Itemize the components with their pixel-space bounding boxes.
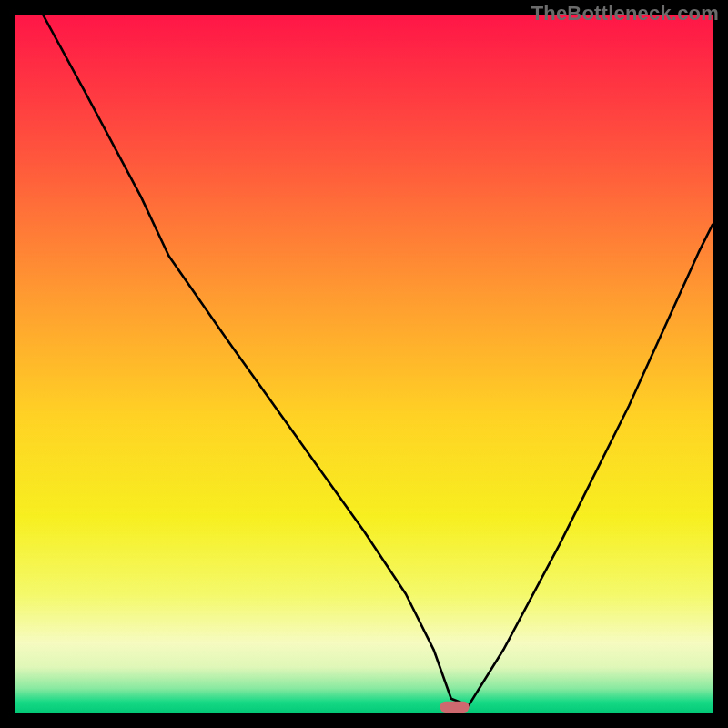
- chart-svg: [15, 15, 713, 713]
- svg-rect-0: [15, 15, 713, 713]
- plot-area: [15, 15, 713, 713]
- svg-rect-1: [440, 702, 469, 713]
- watermark-text: TheBottleneck.com: [531, 2, 719, 25]
- chart-container: TheBottleneck.com: [0, 0, 728, 728]
